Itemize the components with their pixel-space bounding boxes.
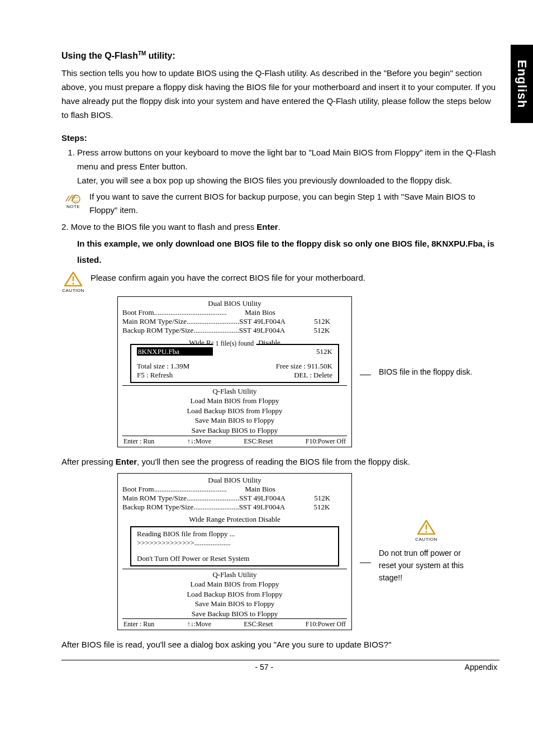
callout-2-wrap: CAUTION Do not trun off power or reset y…: [379, 519, 474, 584]
bios1-m1: Load Main BIOS from Floppy: [122, 396, 347, 406]
bios1-del: DEL : Delete: [294, 371, 332, 380]
intro-paragraph: This section tells you how to update BIO…: [61, 67, 499, 122]
bios-box-1: Dual BIOS Utility Boot From.............…: [117, 296, 352, 447]
callout-line-1: [360, 375, 371, 375]
page-content: Using the Q-FlashTM utility: This sectio…: [0, 0, 533, 683]
heading-main: Using the Q-Flash: [61, 51, 138, 60]
bios2-progress: >>>>>>>>>>>>>>....................: [137, 538, 332, 547]
bios1-total: Total size : 1.39M: [137, 362, 189, 371]
footer-rule: [61, 660, 499, 660]
caution-icon: CAUTION: [61, 271, 85, 293]
bios1-mainrom: Main ROM Type/Size......................…: [122, 317, 347, 326]
bios2-popup: Reading BIOS file from floppy ... >>>>>>…: [130, 526, 339, 566]
bios1-m2: Load Backup BIOS from Floppy: [122, 406, 347, 416]
caution-label-2: CAUTION: [379, 536, 474, 544]
caution-block-1: CAUTION Please confirm again you have th…: [61, 271, 499, 293]
bios1-f5: F5 : Refresh: [137, 371, 173, 380]
bios1-boot: Boot From...............................…: [122, 308, 347, 317]
callout-2: Do not trun off power or reset your syst…: [379, 547, 474, 584]
note-icon: NOTE: [61, 190, 85, 211]
step-1: Press arrow buttons on your keyboard to …: [77, 146, 499, 187]
page-number: - 57 -: [255, 663, 273, 672]
bios-box-2: Dual BIOS Utility Boot From.............…: [117, 473, 352, 630]
after-enter-text: After pressing Enter, you'll then see th…: [61, 455, 499, 469]
svg-point-2: [72, 283, 74, 285]
bios1-poptitle: 1 file(s) found: [213, 339, 256, 348]
appendix-label: Appendix: [465, 663, 497, 672]
bios1-footer: Enter : Run ↑↓:Move ESC:Reset F10:Power …: [122, 436, 347, 446]
heading-tail: utility:: [146, 51, 175, 60]
bios1-filesize: 512K: [316, 347, 332, 356]
bios1-qflash: Q-Flash Utility: [122, 385, 347, 396]
bios2-reading: Reading BIOS file from floppy ...: [137, 530, 332, 538]
bios1-enter: Enter : Run: [123, 437, 154, 446]
bios1-menu: Load Main BIOS from Floppy Load Backup B…: [122, 396, 347, 435]
bios2-m2: Load Backup BIOS from Floppy: [122, 589, 347, 599]
note-text: If you want to save the current BIOS for…: [89, 190, 499, 217]
steps-label: Steps:: [61, 133, 499, 143]
bios2-move: ↑↓:Move: [187, 620, 211, 629]
callout-line-2: [360, 563, 371, 563]
caution-label-1: CAUTION: [61, 288, 85, 293]
bios2-boot: Boot From...............................…: [122, 485, 347, 494]
bios1-f10: F10:Power Off: [306, 437, 346, 446]
note-block: NOTE If you want to save the current BIO…: [61, 190, 499, 217]
bios1-title: Dual BIOS Utility: [122, 299, 347, 308]
bios2-mainrom: Main ROM Type/Size......................…: [122, 494, 347, 503]
page-footer: - 57 - Appendix: [61, 663, 499, 672]
bios2-m1: Load Main BIOS from Floppy: [122, 579, 347, 589]
after-enter-pre: After pressing: [61, 457, 116, 466]
bios1-move: ↑↓:Move: [187, 437, 211, 446]
step-1a: Press arrow buttons on your keyboard to …: [77, 148, 496, 171]
note-label: NOTE: [61, 204, 85, 211]
bios1-esc: ESC:Reset: [244, 437, 273, 446]
bios2-qflash: Q-Flash Utility: [122, 569, 347, 579]
bios-figure-1: Dual BIOS Utility Boot From.............…: [117, 296, 499, 447]
bios1-m4: Save Backup BIOS to Floppy: [122, 426, 347, 436]
language-tab: English: [511, 45, 533, 123]
step-2-post: .: [278, 222, 280, 231]
step-2: 2. Move to the BIOS file you want to fla…: [61, 220, 499, 234]
step-1b: Later, you will see a box pop up showing…: [77, 176, 452, 185]
caution-icon-2: CAUTION: [379, 519, 474, 544]
bios2-backuprom: Backup ROM Type/Size....................…: [122, 503, 347, 512]
callout-1: BIOS file in the floppy disk.: [379, 366, 474, 378]
after-read-text: After BIOS file is read, you'll see a di…: [61, 638, 499, 652]
bios1-file: 8KNXPU.Fba: [137, 347, 213, 356]
example-line: In this example, we only download one BI…: [77, 236, 499, 268]
bios1-m3: Save Main BIOS to Floppy: [122, 415, 347, 426]
step-2-bold: Enter: [256, 222, 278, 231]
bios1-backuprom: Backup ROM Type/Size....................…: [122, 326, 347, 335]
bios2-title: Dual BIOS Utility: [122, 476, 347, 485]
bios2-esc: ESC:Reset: [244, 620, 273, 629]
bios2-f10: F10:Power Off: [306, 620, 346, 629]
section-heading: Using the Q-FlashTM utility:: [61, 50, 499, 61]
step-2-pre: 2. Move to the BIOS file you want to fla…: [61, 222, 256, 231]
caution-text-1: Please confirm again you have the correc…: [91, 271, 499, 285]
heading-tm: TM: [138, 50, 146, 56]
bios1-popup: 1 file(s) found 8KNXPU.Fba 512K Total si…: [130, 344, 339, 383]
bios2-m4: Save Backup BIOS to Floppy: [122, 609, 347, 619]
after-enter-post: , you'll then see the progress of readin…: [137, 457, 410, 466]
svg-point-4: [425, 531, 427, 532]
after-enter-bold: Enter: [116, 457, 137, 466]
steps-list: Press arrow buttons on your keyboard to …: [61, 146, 499, 187]
bios2-m3: Save Main BIOS to Floppy: [122, 599, 347, 609]
bios2-enter: Enter : Run: [123, 620, 154, 629]
bios2-menu: Load Main BIOS from Floppy Load Backup B…: [122, 579, 347, 618]
bios2-dont: Don't Turn Off Power or Reset System: [137, 554, 332, 563]
bios1-free: Free size : 911.50K: [276, 362, 332, 371]
bios-figure-2: Dual BIOS Utility Boot From.............…: [117, 473, 499, 630]
bios2-wide: Wide Range Protection Disable: [122, 515, 347, 524]
bios2-footer: Enter : Run ↑↓:Move ESC:Reset F10:Power …: [122, 618, 347, 629]
